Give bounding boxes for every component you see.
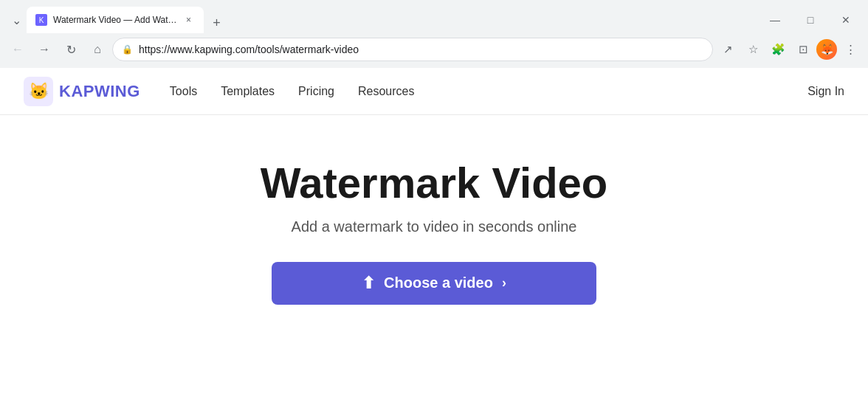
browser-chrome: ⌄ K Watermark Video — Add Wat… × + — □ ✕: [0, 0, 868, 68]
chevron-icon[interactable]: ⌄: [6, 10, 27, 30]
cta-label: Choose a video: [384, 274, 493, 291]
nav-templates[interactable]: Templates: [221, 85, 275, 98]
close-button[interactable]: ✕: [830, 9, 862, 31]
profile-image: 🦊: [816, 39, 837, 60]
address-bar-row: ← → ↻ ⌂ 🔒 https://www.kapwing.com/tools/…: [0, 34, 868, 68]
sidebar-icon[interactable]: ⊡: [791, 38, 815, 61]
tab-favicon: K: [35, 14, 47, 26]
window-controls: — □ ✕: [759, 9, 862, 31]
nav-tools[interactable]: Tools: [170, 85, 197, 98]
new-tab-button[interactable]: +: [207, 13, 227, 33]
back-button[interactable]: ←: [6, 38, 30, 61]
tab-title: Watermark Video — Add Wat…: [53, 15, 177, 25]
extensions-icon[interactable]: 🧩: [766, 38, 790, 61]
page-content: 🐱 KAPWING Tools Templates Pricing Resour…: [0, 68, 868, 394]
tab-close-button[interactable]: ×: [183, 14, 195, 26]
bookmark-icon[interactable]: ☆: [741, 38, 765, 61]
nav-resources[interactable]: Resources: [358, 85, 414, 98]
logo-text: KAPWING: [59, 82, 140, 101]
browser-titlebar: ⌄ K Watermark Video — Add Wat… × + — □ ✕: [0, 0, 868, 34]
logo-icon: 🐱: [24, 77, 53, 106]
home-button[interactable]: ⌂: [86, 38, 109, 61]
url-text: https://www.kapwing.com/tools/watermark-…: [139, 44, 703, 55]
navbar: 🐱 KAPWING Tools Templates Pricing Resour…: [0, 68, 868, 115]
share-icon[interactable]: ↗: [716, 38, 740, 61]
hero-section: Watermark Video Add a watermark to video…: [0, 115, 868, 334]
hero-title: Watermark Video: [261, 159, 608, 207]
nav-links: Tools Templates Pricing Resources: [170, 85, 807, 98]
forward-button[interactable]: →: [32, 38, 56, 61]
choose-video-button[interactable]: ⬆ Choose a video ›: [272, 262, 596, 305]
upload-icon: ⬆: [362, 274, 375, 293]
minimize-button[interactable]: —: [759, 9, 791, 31]
logo[interactable]: 🐱 KAPWING: [24, 77, 140, 106]
lock-icon: 🔒: [122, 44, 133, 55]
refresh-button[interactable]: ↻: [59, 38, 83, 61]
active-tab[interactable]: K Watermark Video — Add Wat… ×: [27, 7, 204, 33]
maximize-button[interactable]: □: [794, 9, 827, 31]
nav-pricing[interactable]: Pricing: [298, 85, 334, 98]
menu-icon[interactable]: ⋮: [838, 38, 862, 61]
hero-subtitle: Add a watermark to video in seconds onli…: [292, 218, 577, 235]
toolbar-icons: ↗ ☆ 🧩 ⊡ 🦊 ⋮: [716, 38, 862, 61]
address-bar[interactable]: 🔒 https://www.kapwing.com/tools/watermar…: [112, 38, 713, 61]
tab-bar: K Watermark Video — Add Wat… × +: [27, 7, 759, 33]
sign-in-button[interactable]: Sign In: [807, 85, 844, 98]
chevron-right-icon: ›: [502, 275, 506, 291]
profile-avatar[interactable]: 🦊: [816, 39, 837, 60]
